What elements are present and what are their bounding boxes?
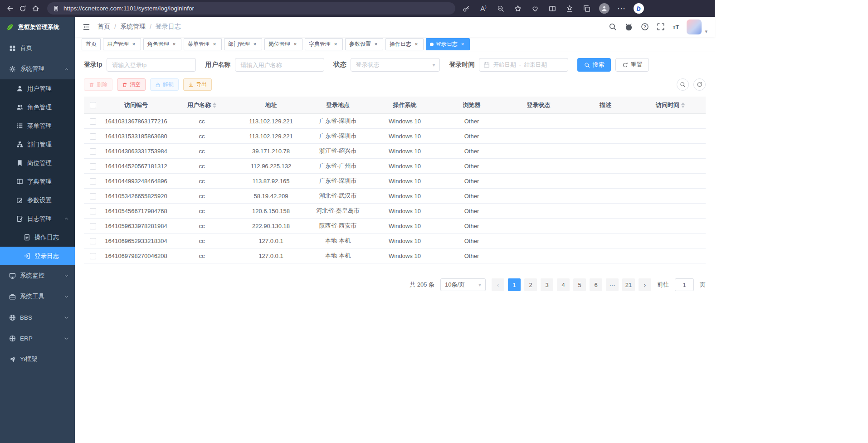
sidebar-item-dept-mgmt[interactable]: 部门管理: [0, 135, 75, 154]
row-checkbox[interactable]: [90, 223, 96, 229]
back-button[interactable]: [4, 2, 16, 15]
sort-icon[interactable]: [213, 102, 216, 108]
user-avatar[interactable]: [687, 19, 702, 34]
breadcrumb-system-mgmt[interactable]: 系统管理: [120, 23, 146, 31]
breadcrumb-home[interactable]: 首页: [98, 23, 110, 31]
zoom-button[interactable]: [494, 2, 507, 15]
select-all-checkbox[interactable]: [90, 102, 96, 108]
read-aloud-button[interactable]: A⁾: [477, 2, 490, 15]
page-button-5[interactable]: 5: [573, 278, 586, 291]
header-search-button[interactable]: [609, 23, 617, 31]
sidebar-item-yi-framework[interactable]: Yi框架: [0, 349, 75, 370]
close-tab-icon[interactable]: ×: [131, 41, 137, 48]
sidebar-item-role-mgmt[interactable]: 角色管理: [0, 98, 75, 117]
user-name-input[interactable]: [235, 58, 324, 72]
split-screen-button[interactable]: [546, 2, 559, 15]
row-checkbox[interactable]: [90, 148, 96, 155]
date-range-picker[interactable]: 开始日期 - 结束日期: [479, 58, 568, 72]
address-bar[interactable]: https://ccnetcore.com:1101/system/log/lo…: [47, 2, 455, 15]
page-button-6[interactable]: 6: [590, 278, 602, 291]
sidebar-item-erp[interactable]: ERP: [0, 328, 75, 349]
more-menu-button[interactable]: ⋯: [615, 2, 628, 15]
sidebar-item-home[interactable]: 首页: [0, 38, 75, 58]
sidebar-item-system-mgmt[interactable]: 系统管理: [0, 58, 75, 79]
close-tab-icon[interactable]: ×: [292, 41, 298, 48]
row-checkbox[interactable]: [90, 163, 96, 170]
row-checkbox[interactable]: [90, 208, 96, 214]
row-checkbox[interactable]: [90, 178, 96, 185]
tab-role-mgmt[interactable]: 角色管理×: [143, 38, 181, 50]
close-tab-icon[interactable]: ×: [332, 41, 339, 48]
page-button-3[interactable]: 3: [541, 278, 553, 291]
tab-param-settings[interactable]: 参数设置×: [345, 38, 383, 50]
reset-button[interactable]: 重置: [615, 58, 649, 72]
sidebar-item-user-mgmt[interactable]: 用户管理: [0, 79, 75, 98]
sidebar-item-menu-mgmt[interactable]: 菜单管理: [0, 117, 75, 135]
add-favorite-button[interactable]: [512, 2, 524, 15]
sidebar-item-post-mgmt[interactable]: 岗位管理: [0, 154, 75, 172]
tab-login-log[interactable]: 登录日志×: [426, 38, 470, 50]
browser-essentials-button[interactable]: [529, 2, 541, 15]
page-button-21[interactable]: 21: [622, 278, 635, 291]
close-tab-icon[interactable]: ×: [373, 41, 379, 48]
app-logo[interactable]: 意框架管理系统: [0, 17, 75, 38]
sidebar-item-system-monitor[interactable]: 系统监控: [0, 265, 75, 286]
tab-dict-mgmt[interactable]: 字典管理×: [305, 38, 343, 50]
tab-menu-mgmt[interactable]: 菜单管理×: [184, 38, 222, 50]
sidebar-item-bbs[interactable]: BBS: [0, 307, 75, 328]
delete-button[interactable]: 删除: [84, 78, 112, 91]
page-button-2[interactable]: 2: [524, 278, 537, 291]
sort-icon[interactable]: [681, 102, 685, 108]
page-size-select[interactable]: 10条/页 ▾: [440, 278, 486, 291]
row-checkbox[interactable]: [90, 253, 96, 259]
goto-page-input[interactable]: [675, 278, 694, 291]
sidebar-toggle-button[interactable]: [82, 23, 91, 31]
prev-page-button[interactable]: ‹: [492, 278, 504, 291]
row-checkbox[interactable]: [90, 133, 96, 140]
close-tab-icon[interactable]: ×: [459, 41, 466, 48]
close-tab-icon[interactable]: ×: [413, 41, 419, 48]
collections-button[interactable]: [580, 2, 593, 15]
tab-operation-log[interactable]: 操作日志×: [385, 38, 424, 50]
sidebar-item-system-tools[interactable]: 系统工具: [0, 286, 75, 307]
caret-down-icon[interactable]: ▾: [705, 29, 707, 34]
sidebar-item-login-log[interactable]: 登录日志: [0, 247, 75, 265]
close-tab-icon[interactable]: ×: [252, 41, 258, 48]
favorites-button[interactable]: [563, 2, 576, 15]
col-visit-time[interactable]: 访问时间: [635, 97, 706, 114]
font-size-button[interactable]: тT: [673, 24, 679, 30]
login-ip-input[interactable]: [107, 58, 196, 72]
row-checkbox[interactable]: [90, 118, 96, 125]
sidebar-item-param-settings[interactable]: 参数设置: [0, 191, 75, 209]
tab-post-mgmt[interactable]: 岗位管理×: [264, 38, 302, 50]
col-user-name[interactable]: 用户名称: [170, 97, 234, 114]
refresh-table-button[interactable]: [693, 78, 706, 91]
clear-button[interactable]: 清空: [117, 78, 146, 91]
refresh-button[interactable]: [16, 2, 29, 15]
more-pages-button[interactable]: ···: [606, 278, 619, 291]
toggle-search-button[interactable]: [677, 78, 689, 91]
page-button-4[interactable]: 4: [557, 278, 570, 291]
row-checkbox[interactable]: [90, 193, 96, 200]
close-tab-icon[interactable]: ×: [211, 41, 218, 48]
sidebar-item-log-mgmt[interactable]: 日志管理: [0, 209, 75, 228]
login-status-select[interactable]: 登录状态 ▾: [351, 58, 440, 72]
row-checkbox[interactable]: [90, 238, 96, 244]
profile-button[interactable]: [598, 2, 610, 15]
export-button[interactable]: 导出: [183, 78, 212, 91]
github-button[interactable]: [624, 23, 633, 31]
sidebar-item-dict-mgmt[interactable]: 字典管理: [0, 172, 75, 191]
tab-dept-mgmt[interactable]: 部门管理×: [224, 38, 262, 50]
tab-home[interactable]: 首页: [82, 38, 101, 50]
next-page-button[interactable]: ›: [639, 278, 651, 291]
password-manager-button[interactable]: [460, 2, 473, 15]
home-button[interactable]: [29, 2, 42, 15]
close-tab-icon[interactable]: ×: [171, 41, 177, 48]
copilot-button[interactable]: b: [632, 2, 645, 15]
unlock-button[interactable]: 解锁: [150, 78, 179, 91]
sidebar-item-operation-log[interactable]: 操作日志: [0, 228, 75, 247]
fullscreen-button[interactable]: [657, 23, 665, 31]
page-button-1[interactable]: 1: [508, 278, 521, 291]
help-button[interactable]: ?: [641, 23, 649, 31]
search-button[interactable]: 搜索: [577, 58, 611, 72]
